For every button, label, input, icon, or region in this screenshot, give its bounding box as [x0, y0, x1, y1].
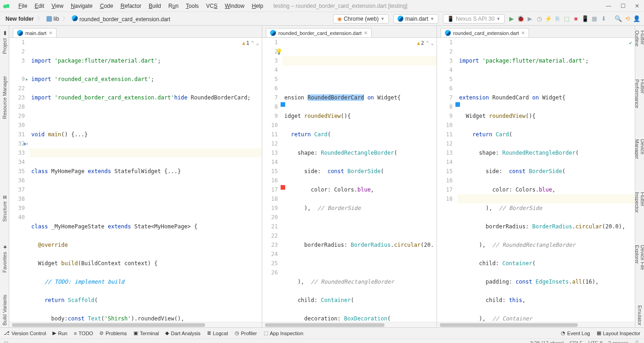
avd-manager-icon[interactable]: ▦ [591, 15, 598, 23]
encoding[interactable]: UTF-8 [588, 340, 603, 343]
breadcrumb[interactable]: rounded_border_card_extension.dart [70, 14, 172, 23]
menu-build[interactable]: Build [145, 2, 165, 10]
tab-version-control[interactable]: ⎇ Version Control [4, 330, 46, 336]
settings-icon[interactable]: 👤 [633, 15, 640, 23]
menu-file[interactable]: File [15, 2, 31, 10]
warnings-badge[interactable]: ▲1 [242, 39, 249, 48]
menu-window[interactable]: Window [221, 2, 248, 10]
tab-structure[interactable]: Structure ≣ [1, 193, 7, 224]
attach-icon[interactable]: ⎘ [554, 15, 561, 23]
gutter: 1 2 3 4 5 6 7 8 9 10 11 12 13 14 15 16 1 [437, 38, 457, 322]
breadcrumb[interactable]: lib [45, 15, 61, 23]
close-tab-icon[interactable]: ✕ [521, 30, 525, 35]
menu-code[interactable]: Code [96, 2, 117, 10]
tab-todo[interactable]: ≡ TODO [74, 331, 93, 336]
tab-app-inspection[interactable]: ⬚ App Inspection [264, 330, 304, 336]
prev-highlight-icon[interactable]: ⌃ [251, 39, 254, 48]
prev-highlight-icon[interactable]: ⌃ [426, 39, 429, 48]
code-editor[interactable]: ▲2 ⌃ ⌄ 1 💡2 3 4 5 6 7 8 9 10 11 12 [262, 38, 437, 322]
gutter: 1 💡2 3 4 5 6 7 8 9 10 11 12 13 14 15 16 [262, 38, 282, 322]
breadcrumb[interactable]: New folder [4, 15, 35, 23]
tab-device-manager[interactable]: Device Manager [634, 137, 644, 172]
h-scrollbar[interactable] [262, 322, 437, 327]
menu-edit[interactable]: Edit [31, 2, 48, 10]
chevron-right-icon: 〉 [37, 15, 43, 23]
tab-problems[interactable]: ⊘ Problems [99, 330, 126, 336]
avd-selector[interactable]: 📱Nexus S API 30▼ [443, 14, 505, 23]
tab-logcat[interactable]: ≣ Logcat [207, 330, 228, 336]
minimize-icon[interactable]: ― [604, 3, 613, 9]
file-tab[interactable]: main.dart✕ [13, 28, 57, 37]
menu-tools[interactable]: Tools [182, 2, 202, 10]
override-gutter-icon[interactable]: ◉↑ [23, 139, 29, 148]
tab-profiler[interactable]: ◷ Profiler [235, 330, 257, 336]
status-tool-icon[interactable]: ▢ [4, 340, 8, 343]
right-tool-tabs: Flutter Outline Flutter Performance Devi… [635, 26, 644, 327]
close-tab-icon[interactable]: ✕ [49, 30, 52, 35]
tab-terminal[interactable]: ▣ Terminal [133, 330, 159, 336]
tab-event-log[interactable]: ◔ Event Log [561, 330, 590, 336]
readonly-lock-icon[interactable]: 🔓 [634, 340, 640, 343]
tab-build-variants[interactable]: Build Variants [2, 293, 7, 327]
code-content[interactable]: import 'package:flutter/material.dart'; … [457, 38, 635, 322]
tab-project[interactable]: Project ▮ [1, 29, 7, 56]
device-icon[interactable]: 📱 [581, 15, 589, 23]
code-editor[interactable]: ▲1 ⌃ ⌄ 1 2 3 ▸9 22 23 28 29 30 31 ◉↑32 [9, 38, 262, 322]
tab-favorites[interactable]: Favorites ★ [1, 242, 7, 274]
menu-help[interactable]: Help [248, 2, 267, 10]
device-selector[interactable]: ◉Chrome (web)▼ [333, 14, 389, 23]
tab-flutter-inspector[interactable]: Flutter Inspector [634, 190, 644, 225]
tab-flutter-performance[interactable]: Flutter Performance [634, 77, 644, 119]
tab-device-file-explorer[interactable]: Device File Explorer [634, 243, 644, 285]
sync-icon[interactable]: ⟲ [624, 15, 631, 23]
flutter-devtools-icon[interactable]: ⬚ [563, 15, 570, 23]
maximize-icon[interactable]: ☐ [619, 3, 627, 9]
tab-run[interactable]: ▶ Run [52, 330, 67, 336]
warnings-badge[interactable]: ▲2 [417, 39, 424, 48]
next-highlight-icon[interactable]: ⌄ [256, 39, 259, 48]
run-icon[interactable]: ▶ [508, 15, 515, 23]
code-content[interactable]: import 'package:flutter/material.dart'; … [29, 38, 262, 322]
search-icon[interactable]: 🔍 [615, 15, 622, 23]
hot-reload-icon[interactable]: ⚡ [545, 15, 552, 23]
toolbar: New folder 〉 lib 〉 rounded_border_card_e… [0, 12, 644, 26]
selected-text: RoundedBorderCard [308, 94, 364, 101]
menu-run[interactable]: Run [165, 2, 182, 10]
ok-check-icon[interactable]: ✔ [629, 39, 632, 48]
next-highlight-icon[interactable]: ⌄ [431, 39, 434, 48]
tab-emulator[interactable]: Emulator [637, 303, 643, 327]
menu-vcs[interactable]: VCS [202, 2, 221, 10]
file-tab[interactable]: rounded_card_extension.dart✕ [441, 28, 529, 37]
menu-navigate[interactable]: Navigate [67, 2, 96, 10]
h-scrollbar[interactable] [437, 322, 635, 327]
file-tab[interactable]: rounded_border_card_extension.dart✕ [266, 28, 372, 37]
h-scrollbar[interactable] [9, 322, 262, 327]
line-ending[interactable]: CRLF [569, 340, 583, 343]
app-logo-icon [3, 2, 10, 10]
sdk-manager-icon[interactable]: ⬇ [600, 15, 607, 23]
lightbulb-icon[interactable]: 💡 [276, 47, 282, 56]
tab-layout-inspector[interactable]: ▦ Layout Inspector [597, 330, 640, 336]
tab-flutter-outline[interactable]: Flutter Outline [634, 29, 644, 59]
run-config-selector[interactable]: main.dart▼ [393, 14, 438, 23]
caret-position[interactable]: 3:28 (17 chars) [530, 340, 564, 343]
coverage-icon[interactable]: ▶ [526, 15, 534, 23]
editor-pane-3: rounded_card_extension.dart✕ ✔ 1 2 3 4 5… [437, 26, 635, 327]
menu-view[interactable]: View [48, 2, 67, 10]
code-content[interactable]: ort 'package:flutter/material.dart ensio… [282, 38, 437, 322]
indent[interactable]: 2 spaces [608, 340, 628, 343]
profile-icon[interactable]: ◷ [535, 15, 543, 23]
bottom-tool-bar: ⎇ Version Control ▶ Run ≡ TODO ⊘ Problem… [0, 327, 644, 338]
debug-icon[interactable]: 🐞 [517, 15, 524, 23]
close-icon[interactable]: ✕ [633, 3, 641, 9]
code-editor[interactable]: ✔ 1 2 3 4 5 6 7 8 9 10 11 12 13 14 [437, 38, 635, 322]
close-tab-icon[interactable]: ✕ [364, 30, 368, 35]
dart-file-icon [72, 15, 78, 21]
stop-icon[interactable]: ■ [572, 15, 580, 23]
tab-resource-manager[interactable]: Resource Manager [2, 74, 7, 121]
status-bar: ▢ 3:28 (17 chars) CRLF UTF-8 2 spaces 🔓 [0, 338, 644, 343]
menu-refactor[interactable]: Refactor [117, 2, 145, 10]
tab-row: rounded_card_extension.dart✕ [437, 26, 635, 38]
run-gutter-icon[interactable]: ▸ [25, 75, 29, 84]
tab-dart-analysis[interactable]: ◆ Dart Analysis [165, 330, 200, 336]
